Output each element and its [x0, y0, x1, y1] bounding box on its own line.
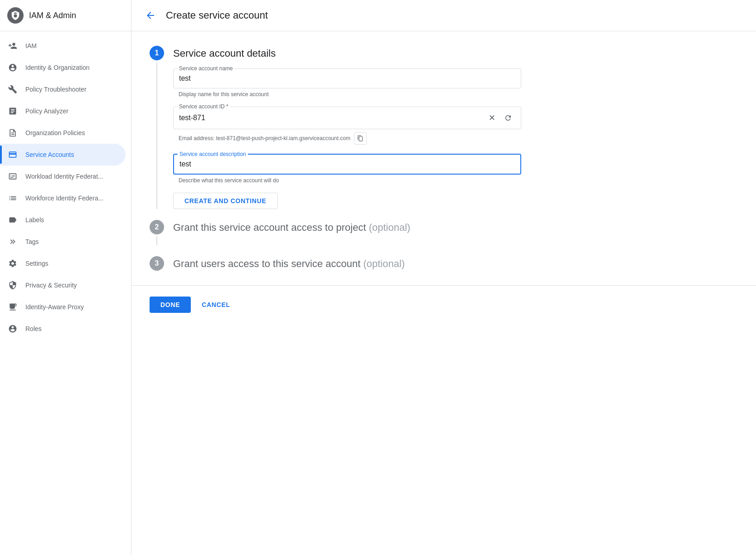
- sidebar-item-policy-analyzer[interactable]: Policy Analyzer: [0, 100, 126, 122]
- sidebar-item-identity-org[interactable]: Identity & Organization: [0, 57, 126, 78]
- step-2-indicator: 2: [150, 220, 164, 245]
- step-2-subtitle: (optional): [369, 222, 411, 233]
- sidebar-item-service-accounts[interactable]: Service Accounts: [0, 144, 126, 166]
- step-2-title-text: Grant this service account access to pro…: [173, 222, 366, 233]
- service-account-id-label: Service account ID: [177, 103, 230, 110]
- service-account-description-group: Service account description Describe wha…: [173, 154, 521, 184]
- service-account-name-group: Service account name Display name for th…: [173, 68, 521, 97]
- service-account-description-input[interactable]: [179, 158, 515, 170]
- service-account-description-field: Service account description: [173, 154, 521, 175]
- step-1-section: 1 Service account details Service accoun…: [150, 46, 521, 209]
- sidebar-item-label-policy-analyzer: Policy Analyzer: [25, 107, 68, 115]
- list-icon: [7, 193, 18, 204]
- service-account-name-input[interactable]: [179, 73, 515, 84]
- back-button[interactable]: [142, 7, 159, 24]
- sidebar-item-workforce-identity[interactable]: Workforce Identity Federa...: [0, 187, 126, 209]
- service-account-name-helper: Display name for this service account: [173, 91, 521, 97]
- id-list-icon: [7, 302, 18, 312]
- person-add-icon: [7, 40, 18, 51]
- card-icon: [7, 149, 18, 160]
- chevrons-icon: [7, 236, 18, 247]
- step-3-content: Grant users access to this service accou…: [173, 256, 521, 271]
- cancel-button[interactable]: CANCEL: [194, 297, 237, 313]
- sidebar-item-label-identity-aware-proxy: Identity-Aware Proxy: [25, 303, 84, 311]
- id-card-icon: [7, 171, 18, 182]
- service-account-id-input-row: ✕: [179, 111, 515, 125]
- sidebar-item-roles[interactable]: Roles: [0, 318, 126, 340]
- email-address-text: Email address: test-871@test-push-projec…: [179, 135, 350, 141]
- sidebar-item-label-policy-troubleshooter: Policy Troubleshooter: [25, 86, 87, 93]
- sidebar-nav: IAM Identity & Organization Policy Troub…: [0, 31, 131, 555]
- step-3-title-text: Grant users access to this service accou…: [173, 258, 360, 269]
- sidebar-item-label-privacy-security: Privacy & Security: [25, 282, 77, 289]
- email-address-row: Email address: test-871@test-push-projec…: [173, 132, 521, 145]
- main-header: Create service account: [131, 0, 756, 31]
- sidebar: IAM & Admin IAM Identity & Organization: [0, 0, 131, 555]
- sidebar-item-org-policies[interactable]: Organization Policies: [0, 122, 126, 144]
- gear-icon: [7, 258, 18, 269]
- form-content: 1 Service account details Service accoun…: [131, 31, 539, 285]
- service-account-id-input[interactable]: [179, 112, 483, 124]
- copy-email-button[interactable]: [354, 132, 367, 145]
- sidebar-item-settings[interactable]: Settings: [0, 253, 126, 274]
- service-account-description-helper: Describe what this service account will …: [173, 177, 521, 184]
- wrench-icon: [7, 84, 18, 95]
- clear-id-button[interactable]: ✕: [485, 111, 499, 125]
- document-icon: [7, 127, 18, 138]
- sidebar-title: IAM & Admin: [29, 11, 76, 20]
- step-1-content: Service account details Service account …: [173, 46, 521, 209]
- sidebar-item-label-org-policies: Organization Policies: [25, 129, 85, 136]
- service-account-id-field: Service account ID ✕: [173, 107, 521, 129]
- iam-admin-icon: [7, 7, 24, 24]
- step-2-circle: 2: [150, 220, 164, 234]
- step-1-title: Service account details: [173, 48, 521, 59]
- sidebar-header: IAM & Admin: [0, 0, 131, 31]
- sidebar-item-policy-troubleshooter[interactable]: Policy Troubleshooter: [0, 78, 126, 100]
- step-3-title: Grant users access to this service accou…: [173, 258, 521, 270]
- step-1-line: [156, 62, 157, 209]
- step-2-line: [156, 236, 157, 245]
- step-1-circle: 1: [150, 46, 164, 60]
- step-2-section: 2 Grant this service account access to p…: [150, 220, 521, 245]
- sidebar-item-label-identity-org: Identity & Organization: [25, 64, 90, 71]
- refresh-id-button[interactable]: [501, 111, 515, 125]
- person-outline-icon: [7, 323, 18, 334]
- step-2-title: Grant this service account access to pro…: [173, 222, 521, 234]
- sidebar-item-label-labels: Labels: [25, 216, 44, 224]
- service-account-description-label: Service account description: [178, 151, 248, 157]
- step-3-section: 3 Grant users access to this service acc…: [150, 256, 521, 271]
- sidebar-item-label-iam: IAM: [25, 42, 37, 49]
- step-1-indicator: 1: [150, 46, 164, 209]
- sidebar-item-tags[interactable]: Tags: [0, 231, 126, 253]
- sidebar-item-label-workforce-identity: Workforce Identity Federa...: [25, 195, 103, 202]
- list-alt-icon: [7, 106, 18, 117]
- sidebar-item-iam[interactable]: IAM: [0, 35, 126, 57]
- main-content-area: Create service account 1 Service account…: [131, 0, 756, 555]
- sidebar-item-label-service-accounts: Service Accounts: [25, 151, 74, 158]
- service-account-id-group: Service account ID ✕ Email a: [173, 107, 521, 145]
- sidebar-item-label-settings: Settings: [25, 260, 48, 267]
- step-3-circle: 3: [150, 256, 164, 271]
- step-3-indicator: 3: [150, 256, 164, 271]
- sidebar-item-identity-aware-proxy[interactable]: Identity-Aware Proxy: [0, 296, 126, 318]
- sidebar-item-privacy-security[interactable]: Privacy & Security: [0, 274, 126, 296]
- step-3-subtitle: (optional): [363, 258, 405, 269]
- bottom-actions: DONE CANCEL: [131, 285, 756, 324]
- done-button[interactable]: DONE: [150, 297, 191, 313]
- account-circle-icon: [7, 62, 18, 73]
- label-icon: [7, 214, 18, 225]
- step-1-actions: CREATE AND CONTINUE: [173, 193, 521, 209]
- create-and-continue-button[interactable]: CREATE AND CONTINUE: [173, 193, 278, 209]
- sidebar-item-workload-identity[interactable]: Workload Identity Federat...: [0, 166, 126, 187]
- sidebar-item-labels[interactable]: Labels: [0, 209, 126, 231]
- sidebar-item-label-tags: Tags: [25, 238, 39, 245]
- sidebar-item-label-workload-identity: Workload Identity Federat...: [25, 173, 103, 180]
- service-account-name-field: Service account name: [173, 68, 521, 88]
- service-account-name-label: Service account name: [177, 65, 235, 72]
- shield-outline-icon: [7, 280, 18, 291]
- page-title: Create service account: [166, 10, 268, 21]
- step-2-content: Grant this service account access to pro…: [173, 220, 521, 245]
- sidebar-item-label-roles: Roles: [25, 325, 42, 332]
